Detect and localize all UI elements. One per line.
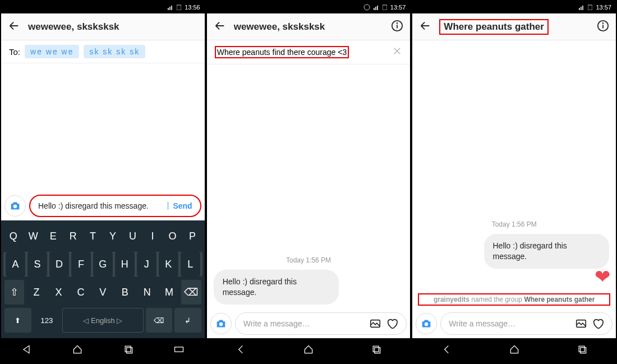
system-group-name: Where peanuts gather [524,296,595,303]
enter-key[interactable]: ↲ [174,308,201,333]
key[interactable]: D [49,252,69,277]
key[interactable]: M [159,280,179,305]
key[interactable]: E [44,224,62,248]
key[interactable]: S [27,252,47,277]
android-navbar [1,338,205,363]
virtual-keyboard[interactable]: Q W E R T Y U I O P A S D F G H J K L [1,220,205,338]
nav-recent-button[interactable] [371,344,382,357]
backspace-key[interactable]: ⌫ [146,308,173,333]
message-bubble[interactable]: Hello :) disregard this message. [214,270,339,305]
key[interactable]: T [84,224,102,248]
key[interactable]: Z [26,280,46,305]
send-button[interactable]: Send [173,201,192,210]
key[interactable]: V [93,280,113,305]
recipients-row: To: we we we sk sk sk sk [1,40,205,63]
android-navbar [412,338,616,363]
key[interactable]: C [71,280,90,305]
back-button[interactable] [214,20,226,34]
clock: 13:57 [390,4,406,11]
heart-reaction-icon[interactable]: ❤ [595,265,610,288]
key[interactable]: U [124,224,141,248]
recipient-chip[interactable]: sk sk sk sk [84,45,145,58]
message-input[interactable]: Write a message… [440,312,613,335]
key[interactable]: W [24,224,42,248]
battery-icon [383,4,387,10]
app-header: wewewee, sksksksk [207,13,411,40]
nav-back-button[interactable] [21,344,32,357]
svg-rect-3 [177,5,181,10]
input-placeholder: Write a message… [449,319,515,328]
svg-point-27 [425,322,428,326]
chat-body: Today 1:56 PM Hello :) disregard this me… [412,40,616,309]
shift-key[interactable]: ⇧ [4,280,24,305]
nav-recent-button[interactable] [123,344,134,357]
spacebar[interactable]: ◁ English ▷ [62,308,144,333]
key[interactable]: K [159,252,178,277]
key[interactable]: R [64,224,81,248]
gallery-button[interactable] [575,317,587,330]
timestamp: Today 1:56 PM [207,251,411,270]
clear-name-button[interactable] [392,46,402,58]
nav-back-button[interactable] [441,344,452,357]
header-title: wewewee, sksksksk [28,21,198,33]
to-label: To: [9,47,20,57]
nav-back-button[interactable] [235,344,246,357]
camera-button[interactable] [4,195,26,216]
svg-rect-19 [375,348,380,353]
camera-button[interactable] [416,313,437,334]
key[interactable]: X [49,280,68,305]
nav-keyboard-button[interactable] [173,344,185,357]
key[interactable]: P [183,224,201,248]
key[interactable]: F [71,252,91,277]
nav-recent-button[interactable] [577,344,588,357]
timestamp: Today 1:56 PM [412,215,616,234]
svg-rect-10 [375,7,376,10]
key[interactable]: O [164,224,181,248]
shift-key[interactable]: ⬆ [4,308,31,333]
back-button[interactable] [8,20,20,34]
app-header: wewewee, sksksksk [1,13,205,40]
compose-bar: Hello :) disregard this message. Send [1,191,205,220]
key[interactable]: N [137,280,156,305]
info-button[interactable] [597,20,609,34]
nav-home-button[interactable] [72,344,83,357]
message-bubble[interactable]: Hello :) disregard this message. [484,234,610,269]
screen-compose: 13:56 wewewee, sksksksk To: we we we sk … [0,0,206,364]
backspace-key[interactable]: ⌫ [181,280,201,305]
screen-renamed-group: 13:57 Where peanuts gather Today 1:56 PM… [411,0,617,364]
key[interactable]: I [144,224,161,248]
svg-rect-12 [383,5,387,10]
system-message: grainyedits named the group Where peanut… [418,293,610,306]
key[interactable]: B [115,280,135,305]
system-user: grainyedits [434,296,469,303]
compose-bar: Write a message… [412,309,616,338]
nav-home-button[interactable] [303,344,314,357]
svg-rect-6 [126,348,132,353]
recipient-chip[interactable]: we we we [25,45,79,58]
svg-rect-23 [588,5,592,10]
back-button[interactable] [419,20,431,34]
key[interactable]: Y [104,224,121,248]
svg-rect-0 [168,8,169,10]
key[interactable]: H [115,252,135,277]
nav-home-button[interactable] [509,344,520,357]
key[interactable]: G [93,252,113,277]
like-button[interactable] [592,317,604,330]
header-title: wewewee, sksksksk [234,21,384,33]
svg-point-4 [13,205,17,208]
signal-icon [168,4,173,10]
like-button[interactable] [386,317,398,330]
info-button[interactable] [391,20,403,34]
group-name-input[interactable]: Where peanuts find there courage <3 [215,46,349,58]
gallery-button[interactable] [369,317,381,330]
numeric-key[interactable]: 123 [34,308,61,333]
clock: 13:57 [596,4,611,11]
key[interactable]: A [6,252,25,277]
message-input[interactable]: Hello :) disregard this message. Send [29,195,201,217]
svg-rect-7 [175,347,183,352]
key[interactable]: L [181,252,200,277]
camera-button[interactable] [210,313,232,334]
key[interactable]: Q [4,224,22,248]
message-input[interactable]: Write a message… [235,312,407,335]
key[interactable]: J [137,252,156,277]
